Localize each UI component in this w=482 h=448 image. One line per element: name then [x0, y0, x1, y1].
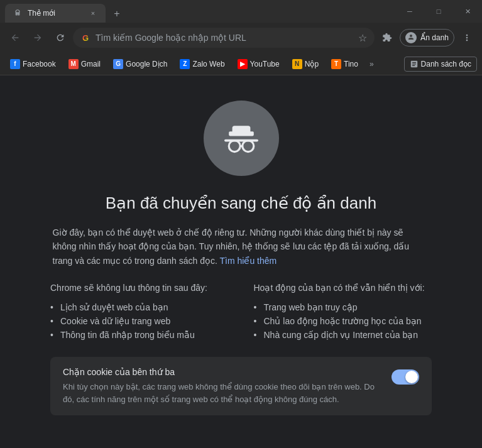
tab-area: Thẻ mới × +	[5, 0, 395, 23]
reload-button[interactable]	[50, 28, 70, 48]
cookie-card-title: Chặn cookie của bên thứ ba	[63, 367, 381, 377]
reading-list-label: Danh sách đọc	[421, 60, 471, 68]
forward-button[interactable]	[28, 28, 48, 48]
page-title: Bạn đã chuyển sang chế độ ẩn danh	[106, 194, 376, 213]
title-bar: Thẻ mới × + ─ □ ✕	[0, 0, 482, 23]
list-item: Trang web bạn truy cập	[254, 300, 432, 314]
svg-point-2	[18, 14, 20, 15]
incognito-illustration	[219, 116, 264, 161]
bookmark-facebook-label: Facebook	[23, 60, 56, 68]
translate-favicon: G	[113, 59, 123, 69]
bookmark-youtube-label: YouTube	[250, 60, 280, 68]
svg-point-7	[242, 141, 253, 152]
list-item: Lịch sử duyệt web của bạn	[50, 300, 229, 314]
tab-title: Thẻ mới	[28, 9, 83, 18]
navigation-bar: G Tìm kiếm Google hoặc nhập một URL ☆ Ẩn…	[0, 23, 482, 53]
profile-label: Ẩn danh	[420, 33, 449, 42]
reading-list-button[interactable]: Danh sách đọc	[404, 57, 477, 72]
toggle-thumb	[405, 371, 418, 383]
bookmark-translate-label: Google Dịch	[126, 60, 167, 68]
bookmark-nop-label: Nộp	[305, 60, 319, 68]
nav-right-controls: Ẩn danh	[377, 28, 477, 48]
window-controls: ─ □ ✕	[395, 0, 482, 23]
list-item: Chủ lao động hoặc trường học của bạn	[254, 314, 432, 328]
extensions-button[interactable]	[377, 28, 397, 48]
bookmark-star-icon[interactable]: ☆	[358, 32, 367, 44]
bookmark-google-translate[interactable]: G Google Dịch	[108, 57, 172, 72]
intro-paragraph: Giờ đây, bạn có thể duyệt web ở chế độ r…	[53, 226, 430, 268]
bookmark-gmail[interactable]: M Gmail	[63, 57, 106, 72]
column-not-saved: Chrome sẽ không lưu thông tin sau đây: L…	[50, 283, 229, 342]
maximize-button[interactable]: □	[424, 0, 453, 23]
cookie-text: Chặn cookie của bên thứ ba Khi tùy chọn …	[63, 367, 381, 405]
incognito-avatar	[204, 101, 279, 176]
main-content: Bạn đã chuyển sang chế độ ẩn danh Giờ đâ…	[0, 75, 482, 448]
bookmark-tino-label: Tino	[344, 60, 358, 68]
column-still-visible: Hoạt động của bạn có thể vẫn hiển thị vớ…	[254, 283, 432, 342]
col2-list: Trang web bạn truy cập Chủ lao động hoặc…	[254, 300, 432, 342]
facebook-favicon: f	[10, 59, 20, 69]
google-icon: G	[80, 33, 90, 43]
col1-list: Lịch sử duyệt web của bạn Cookie và dữ l…	[50, 300, 229, 342]
tab-close-button[interactable]: ×	[88, 8, 98, 18]
profile-icon	[405, 32, 417, 43]
cookie-toggle-container	[392, 369, 419, 385]
learn-more-link[interactable]: Tìm hiểu thêm	[220, 256, 277, 266]
bookmark-youtube[interactable]: ▶ YouTube	[233, 57, 285, 72]
profile-button[interactable]: Ẩn danh	[400, 29, 454, 46]
tab-favicon	[13, 8, 23, 18]
svg-point-6	[229, 141, 240, 152]
cookie-block-card: Chặn cookie của bên thứ ba Khi tùy chọn …	[50, 357, 432, 415]
cookie-card-desc: Khi tùy chọn này bật, các trang web khôn…	[63, 381, 381, 405]
svg-rect-4	[232, 126, 250, 134]
address-input[interactable]: Tìm kiếm Google hoặc nhập một URL	[96, 33, 353, 43]
list-item: Nhà cung cấp dịch vụ Internet của bạn	[254, 328, 432, 342]
bookmarks-overflow-button[interactable]: »	[366, 57, 378, 71]
minimize-button[interactable]: ─	[395, 0, 424, 23]
col2-title: Hoạt động của bạn có thể vẫn hiển thị vớ…	[254, 283, 432, 293]
bookmark-zalo-label: Zalo Web	[192, 60, 224, 68]
nop-favicon: N	[292, 59, 302, 69]
zalo-favicon: Z	[180, 59, 190, 69]
bookmark-nop[interactable]: N Nộp	[287, 57, 324, 72]
two-column-section: Chrome sẽ không lưu thông tin sau đây: L…	[50, 283, 432, 342]
list-item: Cookie và dữ liệu trang web	[50, 314, 229, 328]
bookmark-gmail-label: Gmail	[81, 60, 101, 68]
bookmarks-bar: f Facebook M Gmail G Google Dịch Z Zalo …	[0, 53, 482, 75]
address-bar[interactable]: G Tìm kiếm Google hoặc nhập một URL ☆	[73, 28, 375, 48]
list-item: Thông tin đã nhập trong biểu mẫu	[50, 328, 229, 342]
bookmark-zalo[interactable]: Z Zalo Web	[175, 57, 229, 72]
cookie-toggle[interactable]	[392, 369, 419, 385]
bookmark-facebook[interactable]: f Facebook	[5, 57, 61, 72]
active-tab[interactable]: Thẻ mới ×	[5, 4, 106, 23]
svg-rect-5	[224, 139, 258, 142]
col1-title: Chrome sẽ không lưu thông tin sau đây:	[50, 283, 229, 293]
close-button[interactable]: ✕	[453, 0, 482, 23]
bookmark-tino[interactable]: T Tino	[326, 57, 363, 72]
svg-point-1	[16, 14, 18, 15]
back-button[interactable]	[5, 28, 25, 48]
tino-favicon: T	[331, 59, 341, 69]
new-tab-button[interactable]: +	[108, 5, 126, 23]
youtube-favicon: ▶	[238, 59, 248, 69]
gmail-favicon: M	[68, 59, 79, 69]
more-menu-button[interactable]	[457, 28, 477, 48]
